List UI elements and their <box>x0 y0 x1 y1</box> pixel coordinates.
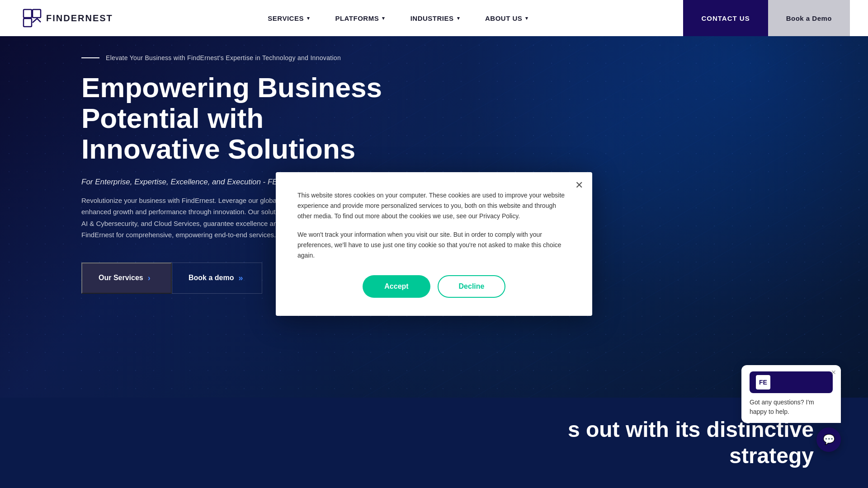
cookie-actions: Accept Decline <box>297 275 571 298</box>
chat-bubble-close[interactable]: ✕ <box>831 368 836 377</box>
cookie-close-button[interactable]: ✕ <box>575 179 583 191</box>
cookie-text-2: We won't track your information when you… <box>297 230 571 261</box>
chat-avatar-icon: FE <box>756 375 770 389</box>
chat-bubble: ✕ FE Got any questions? I'm happy to hel… <box>741 365 841 423</box>
cookie-modal: ✕ This website stores cookies on your co… <box>276 172 592 316</box>
cookie-overlay: ✕ This website stores cookies on your co… <box>0 0 868 488</box>
chat-fab-button[interactable]: 💬 <box>816 427 841 452</box>
chat-fab-icon: 💬 <box>823 434 835 446</box>
cookie-text-1: This website stores cookies on your comp… <box>297 190 571 221</box>
chat-bubble-text: Got any questions? I'm happy to help. <box>750 398 833 417</box>
cookie-accept-button[interactable]: Accept <box>363 275 430 298</box>
cookie-decline-button[interactable]: Decline <box>438 275 505 298</box>
chat-header: FE <box>750 371 833 393</box>
chat-widget: ✕ FE Got any questions? I'm happy to hel… <box>741 365 841 452</box>
